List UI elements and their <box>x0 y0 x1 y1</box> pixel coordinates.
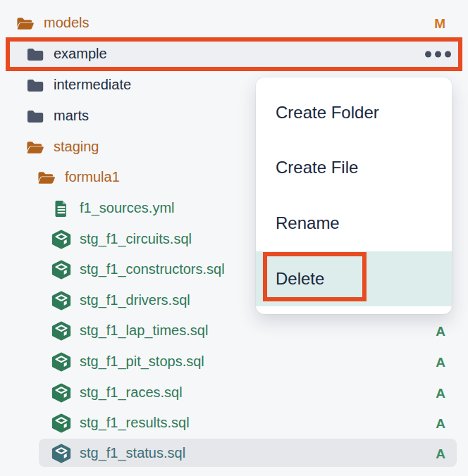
folder-open-icon <box>35 170 58 185</box>
git-status-badge: A <box>436 387 445 400</box>
tree-row-label: marts <box>54 108 89 124</box>
tree-row-label: stg_f1_races.sql <box>80 385 183 401</box>
tree-row-label: f1_sources.yml <box>80 201 175 216</box>
git-status-badge: A <box>436 325 445 338</box>
tree-row-stg-f1-lap-times-sql[interactable]: stg_f1_lap_times.sql A <box>0 315 468 346</box>
tree-row-models[interactable]: models M <box>0 8 468 39</box>
yml-file-icon <box>50 199 73 218</box>
git-status-badge: A <box>436 447 445 461</box>
model-cube-icon <box>50 413 73 433</box>
tree-row-stg-f1-results-sql[interactable]: stg_f1_results.sql A <box>0 408 468 439</box>
tree-row-label: example <box>54 46 107 62</box>
tree-row-label: stg_f1_constructors.sql <box>80 262 225 277</box>
model-cube-icon <box>50 383 73 403</box>
menu-item-label: Create Folder <box>276 103 379 123</box>
tree-row-example[interactable]: example <box>0 37 468 71</box>
tree-row-label: stg_f1_pit_stops.sql <box>80 354 204 370</box>
menu-item-create-file[interactable]: Create File <box>256 151 452 184</box>
row-actions-ellipsis-icon[interactable] <box>425 51 451 58</box>
tree-row-label: stg_f1_results.sql <box>80 415 190 431</box>
model-cube-icon <box>50 352 73 372</box>
tree-row-label: models <box>44 15 89 31</box>
folder-icon <box>24 47 47 62</box>
model-cube-icon <box>50 291 73 311</box>
context-menu: Create Folder Create File Rename Delete <box>256 77 452 314</box>
menu-item-rename[interactable]: Rename <box>256 206 452 240</box>
tree-row-label: intermediate <box>54 77 131 93</box>
model-cube-icon <box>50 321 73 341</box>
tree-row-stg-f1-races-sql[interactable]: stg_f1_races.sql A <box>0 377 468 408</box>
model-cube-icon <box>50 230 73 249</box>
tree-row-label: staging <box>54 139 99 155</box>
file-tree-panel: models M example intermediate marts stag… <box>0 0 468 476</box>
tree-row-label: stg_f1_lap_times.sql <box>80 323 208 339</box>
menu-item-label: Create File <box>276 158 358 177</box>
folder-icon <box>24 78 47 93</box>
folder-open-icon <box>14 16 37 31</box>
model-cube-icon <box>50 444 73 463</box>
menu-item-create-folder[interactable]: Create Folder <box>256 96 452 130</box>
folder-open-icon <box>24 140 47 155</box>
folder-icon <box>24 109 47 124</box>
menu-item-label: Rename <box>276 213 340 233</box>
menu-item-delete[interactable]: Delete <box>256 251 452 306</box>
git-status-badge: M <box>434 17 445 30</box>
menu-item-label: Delete <box>276 269 324 289</box>
tree-row-stg-f1-status-sql[interactable]: stg_f1_status.sql A <box>0 438 468 469</box>
tree-row-label: stg_f1_status.sql <box>80 446 185 461</box>
tree-row-label: stg_f1_drivers.sql <box>80 293 190 308</box>
git-status-badge: A <box>436 356 445 369</box>
tree-row-label: stg_f1_circuits.sql <box>80 232 192 247</box>
git-status-badge: A <box>436 417 445 430</box>
tree-row-stg-f1-pit-stops-sql[interactable]: stg_f1_pit_stops.sql A <box>0 346 468 377</box>
tree-row-label: formula1 <box>65 170 120 185</box>
model-cube-icon <box>50 260 73 280</box>
